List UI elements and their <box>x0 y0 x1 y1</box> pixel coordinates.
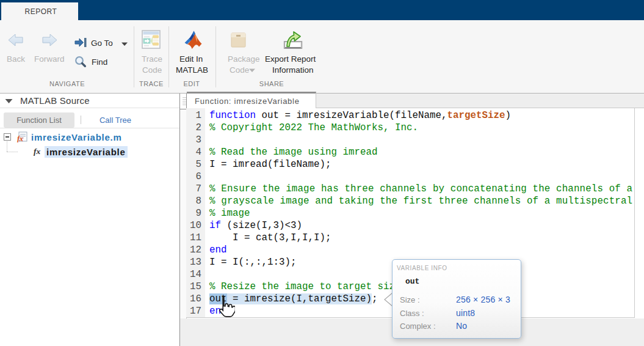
svg-text:fx: fx <box>17 134 23 142</box>
